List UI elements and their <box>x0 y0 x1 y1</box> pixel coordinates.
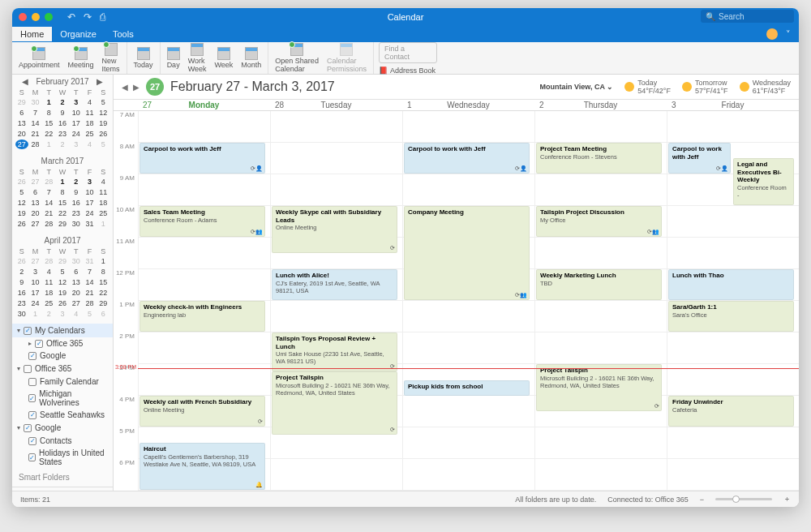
close-window-button[interactable] <box>19 13 27 21</box>
mini-day[interactable]: 14 <box>84 277 97 287</box>
mini-day[interactable]: 20 <box>15 129 28 139</box>
mini-day[interactable]: 21 <box>84 288 97 298</box>
mini-day[interactable]: 26 <box>97 129 109 139</box>
address-book-button[interactable]: 📕Address Book <box>379 66 436 75</box>
day-column[interactable]: Carpool to work with Jeff⟳👤Legal and Exe… <box>667 111 799 491</box>
calendar-permissions-button[interactable]: Calendar Permissions <box>325 41 368 75</box>
mini-day[interactable]: 1 <box>97 256 109 266</box>
mini-day[interactable]: 3 <box>84 177 97 187</box>
mini-day[interactable]: 25 <box>97 208 109 218</box>
month-view-button[interactable]: Month <box>239 45 263 71</box>
mini-day[interactable]: 4 <box>70 309 83 319</box>
mini-day[interactable]: 29 <box>56 256 69 266</box>
calendar-event[interactable]: HaircutCapelli's Gentlemen's Barbershop,… <box>139 443 265 490</box>
mini-day[interactable]: 7 <box>42 187 55 197</box>
mini-day[interactable]: 23 <box>56 129 69 139</box>
mini-day[interactable]: 3 <box>70 139 83 149</box>
prev-week-icon[interactable]: ◀ <box>122 83 128 92</box>
calendar-event[interactable]: Weekly Skype call with Subsidiary LeadsO… <box>272 206 397 253</box>
mini-day[interactable]: 5 <box>15 187 28 197</box>
mini-day[interactable]: 9 <box>15 277 28 287</box>
zoom-in-icon[interactable]: ＋ <box>783 494 791 504</box>
cal-item[interactable]: Contacts <box>12 435 113 447</box>
calendar-event[interactable]: Weekly check-in with EngineersEngineerin… <box>139 301 265 332</box>
mini-day[interactable]: 27 <box>29 177 42 187</box>
week-view-button[interactable]: Week <box>212 45 234 71</box>
mini-day[interactable]: 18 <box>42 288 55 298</box>
weather-day[interactable]: Today54°F/42°F <box>624 79 671 95</box>
smart-folders-label[interactable]: Smart Folders <box>12 468 113 487</box>
cal-item[interactable]: Google <box>12 350 113 362</box>
mini-day[interactable]: 6 <box>29 187 42 197</box>
mini-day[interactable]: 8 <box>97 267 109 277</box>
day-column[interactable]: Project Team MeetingConference Room - St… <box>534 111 667 491</box>
print-icon[interactable]: ⎙ <box>100 11 105 23</box>
mini-day[interactable]: 15 <box>56 198 69 208</box>
mini-day[interactable]: 6 <box>15 108 28 118</box>
day-header[interactable]: 2Thursday <box>534 100 667 110</box>
cal-item[interactable]: Seattle Seahawks <box>12 409 113 421</box>
mini-day[interactable]: 20 <box>70 288 83 298</box>
day-header[interactable]: 3Friday <box>667 100 799 110</box>
calendar-event[interactable]: Company Meeting⟳👥 <box>404 206 530 300</box>
zoom-window-button[interactable] <box>45 13 53 21</box>
calendar-event[interactable]: Carpool to work with Jeff⟳👤 <box>139 143 265 174</box>
mini-day[interactable]: 24 <box>70 129 83 139</box>
mini-day[interactable]: 19 <box>56 288 69 298</box>
checkbox[interactable] <box>28 352 36 360</box>
mini-day[interactable]: 27 <box>15 139 28 149</box>
mini-day[interactable]: 4 <box>84 139 97 149</box>
mini-day[interactable]: 10 <box>84 187 97 197</box>
mini-day[interactable]: 17 <box>84 198 97 208</box>
mini-day[interactable]: 14 <box>29 118 42 128</box>
mini-day[interactable]: 3 <box>29 267 42 277</box>
mini-day[interactable]: 1 <box>42 139 55 149</box>
cal-item[interactable]: Holidays in United States <box>12 447 113 468</box>
mini-day[interactable]: 22 <box>42 129 55 139</box>
cal-group[interactable]: ▾My Calendars <box>12 324 113 337</box>
mini-day[interactable]: 22 <box>97 288 109 298</box>
mini-next-icon[interactable]: ▶ <box>97 77 103 86</box>
mini-day[interactable]: 28 <box>42 256 55 266</box>
mini-day[interactable]: 23 <box>70 208 83 218</box>
mini-day[interactable]: 31 <box>84 219 97 229</box>
checkbox[interactable] <box>28 411 36 419</box>
mini-day[interactable]: 15 <box>42 118 55 128</box>
mini-day[interactable]: 2 <box>15 267 28 277</box>
mini-day[interactable]: 6 <box>97 309 109 319</box>
mini-day[interactable]: 4 <box>84 97 97 107</box>
mini-day[interactable]: 18 <box>97 198 109 208</box>
cal-item[interactable]: Michigan Wolverines <box>12 388 113 409</box>
calendar-event[interactable]: Lunch with Alice!CJ's Eatery, 2619 1st A… <box>272 269 397 300</box>
mini-day[interactable]: 9 <box>70 187 83 197</box>
mini-day[interactable]: 17 <box>29 288 42 298</box>
mini-day[interactable]: 25 <box>84 129 97 139</box>
mini-day[interactable]: 15 <box>97 277 109 287</box>
day-header[interactable]: 28Tuesday <box>270 100 402 110</box>
open-shared-calendar-button[interactable]: Open Shared Calendar <box>273 41 320 75</box>
mini-day[interactable]: 22 <box>56 208 69 218</box>
mini-day[interactable]: 24 <box>84 208 97 218</box>
mini-day[interactable]: 10 <box>70 108 83 118</box>
mini-day[interactable]: 3 <box>70 97 83 107</box>
calendar-event[interactable]: Tailspin Project DiscussionMy Office⟳👥 <box>536 206 662 237</box>
mini-day[interactable]: 12 <box>97 108 109 118</box>
calendar-event[interactable]: Project TailspinMicrosoft Building 2 - 1… <box>536 364 662 411</box>
checkbox[interactable] <box>28 378 36 386</box>
mini-day[interactable]: 13 <box>70 277 83 287</box>
mini-day[interactable]: 19 <box>97 118 109 128</box>
calendar-event[interactable]: Legal and Executives Bi-WeeklyConference… <box>733 158 794 205</box>
undo-icon[interactable]: ↶ <box>67 11 75 23</box>
mini-day[interactable]: 1 <box>29 309 42 319</box>
calendar-event[interactable]: Friday UnwinderCafeteria <box>668 396 794 427</box>
mini-day[interactable]: 28 <box>42 177 55 187</box>
calendar-event[interactable]: Carpool to work with Jeff⟳👤 <box>668 143 731 174</box>
calendar-event[interactable]: Lunch with Thao <box>668 269 794 300</box>
mini-day[interactable]: 16 <box>70 198 83 208</box>
mini-day[interactable]: 16 <box>56 118 69 128</box>
mini-day[interactable]: 4 <box>42 267 55 277</box>
cal-group[interactable]: ▾Google <box>12 421 113 435</box>
mini-day[interactable]: 4 <box>97 177 109 187</box>
mini-day[interactable]: 26 <box>15 256 28 266</box>
cal-group[interactable]: ▾Office 365 <box>12 362 113 375</box>
